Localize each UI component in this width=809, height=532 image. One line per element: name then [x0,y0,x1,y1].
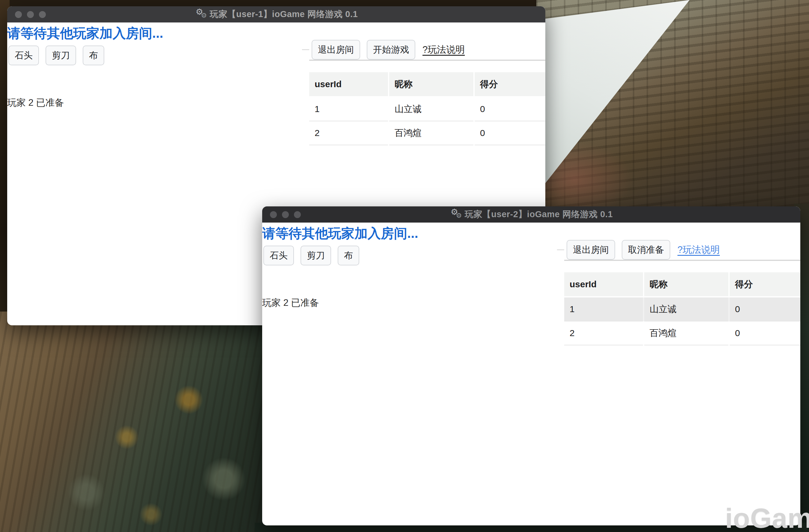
traffic-lights [15,6,46,22]
table-divider [309,60,545,61]
table-row: 2 百鸿煊 0 [309,121,545,145]
ready-status: 玩家 2 已准备 [7,96,309,109]
exit-room-button[interactable]: 退出房间 [567,240,615,260]
rules-link[interactable]: ?玩法说明 [677,244,720,256]
score-table: userId 昵称 得分 1 山立诚 0 2 百鸿煊 [564,272,800,345]
zoom-button[interactable] [39,11,46,18]
divider-stub [557,250,564,250]
table-header-userid: userId [309,72,389,97]
table-row: 1 山立诚 0 [309,97,545,121]
scissors-button[interactable]: 剪刀 [46,46,76,65]
window-title-group: ⚙ ⚙ 玩家【user-2】ioGame 网络游戏 0.1 [450,208,613,221]
cell-nickname: 山立诚 [389,97,474,121]
window-title: 玩家【user-1】ioGame 网络游戏 0.1 [210,8,358,20]
game-panel: 请等待其他玩家加入房间... 石头 剪刀 布 玩家 2 已准备 [7,22,309,109]
window-title-group: ⚙ ⚙ 玩家【user-1】ioGame 网络游戏 0.1 [195,7,358,21]
waiting-heading: 请等待其他玩家加入房间... [7,25,309,41]
table-divider [564,260,800,261]
gears-icon: ⚙ ⚙ [450,208,464,221]
cell-score: 0 [729,297,800,321]
minimize-button[interactable] [282,211,289,218]
score-table-wrap: userId 昵称 得分 1 山立诚 0 2 百鸿煊 [309,72,545,145]
game-panel: 请等待其他玩家加入房间... 石头 剪刀 布 玩家 2 已准备 [262,223,564,309]
scissors-button[interactable]: 剪刀 [300,246,331,265]
rules-link[interactable]: ?玩法说明 [423,43,465,56]
cancel-ready-button[interactable]: 取消准备 [622,240,670,260]
table-header-nickname: 昵称 [643,272,729,297]
cell-userid: 1 [564,297,643,321]
table-header-score: 得分 [729,272,800,297]
exit-room-button[interactable]: 退出房间 [312,40,360,59]
titlebar-user-2[interactable]: ⚙ ⚙ 玩家【user-2】ioGame 网络游戏 0.1 [262,207,800,223]
ready-status: 玩家 2 已准备 [262,297,564,309]
traffic-lights [270,207,301,223]
cell-score: 0 [729,321,800,345]
minimize-button[interactable] [27,11,34,18]
room-toolbar: 退出房间 开始游戏 ?玩法说明 [309,40,545,59]
paper-button[interactable]: 布 [338,246,359,265]
divider-stub [302,49,309,50]
choice-buttons: 石头 剪刀 布 [8,46,309,65]
cell-nickname: 山立诚 [643,297,729,321]
rock-button[interactable]: 石头 [8,46,39,65]
cell-nickname: 百鸿煊 [643,321,729,345]
titlebar-user-1[interactable]: ⚙ ⚙ 玩家【user-1】ioGame 网络游戏 0.1 [7,6,545,22]
cell-userid: 1 [309,97,389,121]
cell-nickname: 百鸿煊 [389,121,474,145]
iogame-watermark: ioGame [725,503,809,532]
close-button[interactable] [270,211,277,218]
cell-userid: 2 [564,321,643,345]
room-toolbar: 退出房间 取消准备 ?玩法说明 [564,240,800,260]
choice-buttons: 石头 剪刀 布 [263,246,564,265]
table-header-row: userId 昵称 得分 [309,72,545,97]
table-header-score: 得分 [474,72,545,97]
rock-button[interactable]: 石头 [263,246,294,265]
zoom-button[interactable] [294,211,301,218]
table-row: 2 百鸿煊 0 [564,321,800,345]
desktop-background-cliff-bottom-left [0,312,270,532]
table-header-nickname: 昵称 [389,72,474,97]
window-title: 玩家【user-2】ioGame 网络游戏 0.1 [465,209,613,220]
table-header-row: userId 昵称 得分 [564,272,800,297]
window-user-2: ⚙ ⚙ 玩家【user-2】ioGame 网络游戏 0.1 请等待其他玩家加入房… [262,207,800,526]
table-row-highlighted: 1 山立诚 0 [564,297,800,321]
table-header-userid: userId [564,272,643,297]
close-button[interactable] [15,11,22,18]
window-content: 请等待其他玩家加入房间... 石头 剪刀 布 玩家 2 已准备 退出房间 取消准… [262,223,800,526]
paper-button[interactable]: 布 [83,46,104,65]
score-table-wrap: userId 昵称 得分 1 山立诚 0 2 百鸿煊 [564,272,800,345]
cell-score: 0 [474,97,545,121]
cell-score: 0 [474,121,545,145]
room-panel: 退出房间 取消准备 ?玩法说明 userId 昵称 得分 [564,223,800,526]
cell-userid: 2 [309,121,389,145]
score-table: userId 昵称 得分 1 山立诚 0 2 百鸿煊 [309,72,545,145]
waiting-heading: 请等待其他玩家加入房间... [262,225,564,242]
start-game-button[interactable]: 开始游戏 [367,40,415,59]
gears-icon: ⚙ ⚙ [195,7,209,21]
